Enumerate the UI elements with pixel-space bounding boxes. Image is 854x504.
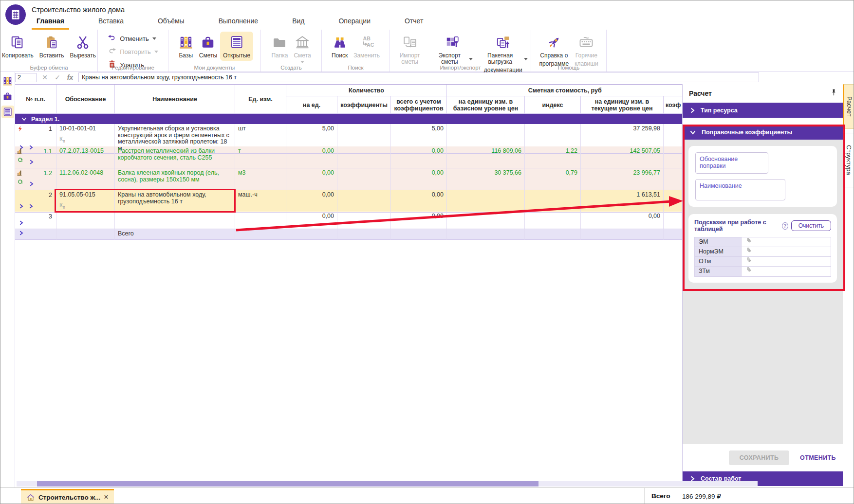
cancel-entry-icon[interactable]: ✕ (40, 73, 49, 81)
expand-chevron-icon[interactable] (19, 230, 23, 238)
cell-coef[interactable] (664, 146, 682, 168)
column-header-coef[interactable]: коэф (664, 96, 683, 114)
column-header-base[interactable]: на единицу изм. в базисном уровне цен (447, 96, 525, 114)
column-header-current[interactable]: на единицу изм. в текущем уровне цен (581, 96, 664, 114)
cell-unit[interactable]: т (235, 146, 286, 168)
cell-qty_total[interactable]: 0,00 (391, 168, 447, 190)
panel-section-correction-coefficients[interactable]: Поправочные коэффициенты (683, 125, 843, 140)
menu-tab-главная[interactable]: Главная (32, 15, 69, 30)
hint-link-cell[interactable] (742, 237, 831, 247)
expand-chevron-icon[interactable] (29, 203, 33, 211)
ribbon-button-заменить[interactable]: ABACЗаменить (351, 32, 383, 61)
clear-button[interactable]: Очистить (791, 220, 831, 231)
column-header-unit[interactable]: Ед. изм. (235, 85, 286, 114)
cell-qty_coef[interactable] (337, 168, 391, 190)
ribbon-button-вырезать[interactable]: Вырезать (67, 32, 99, 61)
menu-tab-операции[interactable]: Операции (334, 15, 375, 30)
expand-chevron-icon[interactable] (29, 159, 34, 167)
menu-tab-вставка[interactable]: Вставка (93, 15, 129, 30)
ribbon-button-сметы[interactable]: Сметы (196, 32, 220, 61)
column-header-code[interactable]: Обоснование (56, 85, 115, 114)
cell-ref-input[interactable] (15, 73, 37, 82)
paperclip-icon[interactable] (745, 267, 753, 276)
cell-current[interactable]: 23 996,77 (581, 168, 664, 190)
ribbon-button-импорт-сметы[interactable]: Импорт сметы (390, 32, 429, 67)
dropdown-caret-icon[interactable] (154, 51, 158, 53)
column-header-index[interactable]: индекс (525, 96, 581, 114)
dropdown-caret-icon[interactable] (152, 37, 156, 40)
correction-basis-field[interactable]: Обоснование поправки (695, 152, 768, 174)
ribbon-button-открытые[interactable]: Открытые (220, 32, 253, 61)
pin-icon[interactable] (830, 89, 838, 99)
cell-code[interactable] (56, 212, 115, 229)
save-button[interactable]: СОХРАНИТЬ (729, 450, 789, 465)
correction-name-field[interactable]: Наименование (695, 179, 785, 200)
column-header-qty_unit[interactable]: на ед. (286, 96, 337, 114)
cell-base[interactable]: 116 809,06 (447, 146, 525, 168)
ribbon-button-справка-о[interactable]: Справка опрограмме (536, 32, 572, 69)
ribbon-button-вставить[interactable]: Вставить (37, 32, 67, 61)
horizontal-scrollbar-thumb[interactable] (37, 481, 538, 486)
cell-index[interactable] (525, 212, 581, 229)
section-row[interactable]: Раздел 1. (15, 114, 682, 124)
column-header-qty_total[interactable]: всего с учетом коэффициентов (391, 96, 447, 114)
hint-link-cell[interactable] (742, 247, 831, 256)
paperclip-icon[interactable] (745, 257, 753, 267)
cell-qty_total[interactable]: 0,00 (391, 212, 447, 229)
menu-tab-вид[interactable]: Вид (287, 15, 309, 30)
cell-index[interactable]: 1,22 (525, 146, 581, 168)
cell-unit[interactable]: маш.-ч (235, 190, 286, 213)
hint-link-cell[interactable] (742, 257, 831, 266)
expand-chevron-icon[interactable] (29, 181, 34, 189)
cancel-button[interactable]: ОТМЕНИТЬ (800, 454, 836, 461)
ribbon-button-отменить[interactable]: Отменить (105, 33, 161, 45)
cell-name[interactable] (115, 212, 235, 229)
cell-num[interactable]: 1.1 (15, 146, 56, 168)
expand-chevron-icon[interactable] (19, 220, 23, 228)
nav-strip-briefcase-icon[interactable] (1, 90, 14, 103)
cell-coef[interactable] (664, 212, 682, 229)
nav-strip-open-docs-icon[interactable] (1, 106, 14, 118)
column-header-qty_coef[interactable]: коэффициенты (337, 96, 391, 114)
cell-code[interactable]: 91.05.05-015Кп (56, 190, 115, 213)
cell-name[interactable]: Краны на автомобильном ходу, грузоподъем… (115, 190, 235, 213)
cell-coef[interactable] (664, 190, 682, 213)
fx-function-icon[interactable]: fx (66, 73, 74, 81)
menu-tab-отчет[interactable]: Отчет (400, 15, 428, 30)
cell-qty_total[interactable]: 0,00 (391, 190, 447, 213)
cell-num[interactable]: 1.2 (15, 168, 56, 190)
cell-qty_coef[interactable] (337, 146, 391, 168)
ribbon-button-горячие[interactable]: Горячиеклавиши (572, 32, 601, 69)
menu-tab-объёмы[interactable]: Объёмы (153, 15, 189, 30)
cell-num[interactable]: 3 (15, 212, 56, 229)
side-tab-calc[interactable]: Расчет (843, 84, 854, 129)
cell-name[interactable]: Расстрел металлический из балки коробчат… (115, 146, 235, 168)
dropdown-caret-icon[interactable] (524, 58, 528, 60)
cell-current[interactable]: 142 507,05 (581, 146, 664, 168)
cell-qty_coef[interactable] (337, 212, 391, 229)
formula-input[interactable] (78, 72, 759, 82)
cell-qty_unit[interactable]: 0,00 (286, 212, 337, 229)
cell-base[interactable] (447, 190, 525, 213)
horizontal-scrollbar[interactable] (17, 481, 758, 486)
cell-code[interactable]: 11.2.06.02-0048 (56, 168, 115, 190)
cell-unit[interactable]: м3 (235, 168, 286, 190)
ribbon-button-папка[interactable]: Папка (268, 32, 291, 61)
cell-num[interactable]: 2 (15, 190, 56, 213)
ribbon-button-копировать[interactable]: Копировать (0, 32, 37, 61)
nav-strip-databases-icon[interactable] (1, 74, 14, 87)
ribbon-button-поиск[interactable]: Поиск (329, 32, 351, 61)
hint-link-cell[interactable] (742, 267, 831, 276)
ribbon-button-повторить[interactable]: Повторить (105, 46, 161, 58)
cell-qty_total[interactable]: 0,00 (391, 146, 447, 168)
cell-name[interactable]: Балка клееная хвойных пород (ель, сосна)… (115, 168, 235, 190)
cell-unit[interactable] (235, 212, 286, 229)
cell-qty_unit[interactable]: 0,00 (286, 190, 337, 213)
ribbon-button-смета[interactable]: Смета (291, 32, 314, 65)
side-tab-structure[interactable]: Структура (843, 133, 854, 187)
document-tab[interactable]: Строительство ж... × (21, 489, 114, 504)
cell-qty_coef[interactable] (337, 190, 391, 213)
cell-qty_unit[interactable]: 0,00 (286, 168, 337, 190)
menu-tab-выполнение[interactable]: Выполнение (214, 15, 263, 30)
cell-current[interactable]: 0,00 (581, 212, 664, 229)
